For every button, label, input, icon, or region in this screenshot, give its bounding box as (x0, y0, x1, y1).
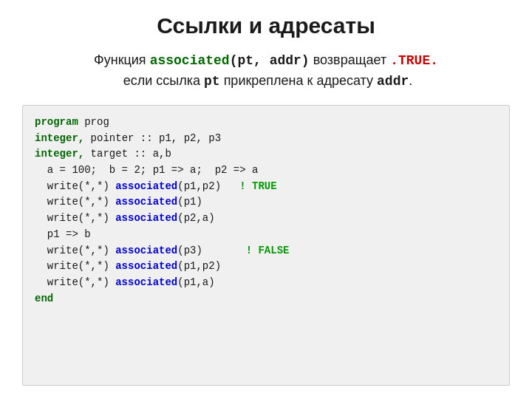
code-line-10: write(*,*) associated(p1,a) (35, 275, 497, 291)
code-line-3: a = 100; b = 2; p1 => a; p2 => a (35, 163, 497, 179)
desc-part5: . (409, 73, 412, 88)
code-block: program prog integer, pointer :: p1, p2,… (22, 105, 510, 386)
code-line-0: program prog (35, 115, 497, 131)
code-line-2: integer, target :: a,b (35, 146, 497, 163)
code-line-7: p1 => b (35, 227, 497, 243)
desc-part4: прикреплена к адресату (220, 73, 377, 88)
desc-true: .TRUE. (390, 53, 438, 68)
desc-func: associated (150, 53, 230, 68)
code-line-11: end (35, 291, 497, 307)
page: Ссылки и адресаты Функция associated(pt,… (0, 0, 532, 399)
desc-addr: addr (377, 74, 409, 89)
desc-part2: возвращает (310, 52, 391, 67)
desc-args: (pt, addr) (230, 53, 310, 68)
code-line-9: write(*,*) associated(p1,p2) (35, 259, 497, 275)
code-line-1: integer, pointer :: p1, p2, p3 (35, 131, 497, 147)
page-title: Ссылки и адресаты (22, 13, 510, 38)
description-text: Функция associated(pt, addr) возвращает … (22, 50, 510, 92)
code-line-6: write(*,*) associated(p2,a) (35, 211, 497, 227)
desc-pt: pt (204, 74, 220, 89)
desc-part3: если ссылка (120, 73, 204, 88)
code-line-5: write(*,*) associated(p1) (35, 194, 497, 211)
desc-part1: Функция (94, 52, 150, 67)
code-line-4: write(*,*) associated(p1,p2) ! TRUE (35, 179, 497, 195)
code-line-8: write(*,*) associated(p3) ! FALSE (35, 243, 497, 259)
